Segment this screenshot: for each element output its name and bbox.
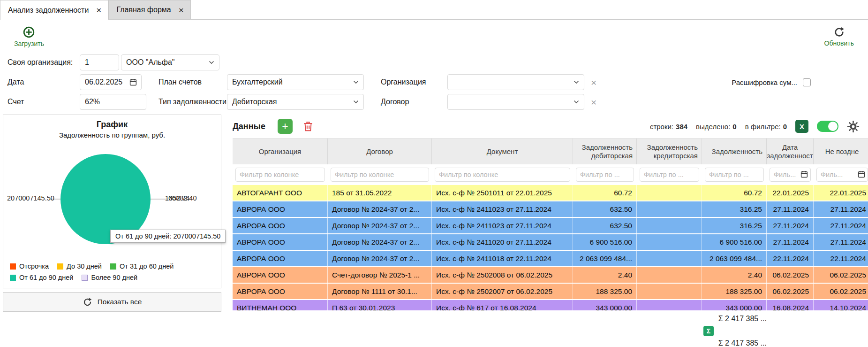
- column-filter-input[interactable]: [640, 168, 699, 182]
- table-cell[interactable]: Исх. с-ф № 617 от 16.08.2024: [432, 300, 573, 310]
- column-header[interactable]: Дата задолженност: [767, 139, 814, 164]
- table-row[interactable]: АВРОРА ОООДоговор № 2024-37 от 2...Исх. …: [233, 201, 868, 218]
- table-cell[interactable]: Договор № 2024-37 от 2...: [328, 251, 432, 266]
- table-cell[interactable]: 60.72: [702, 185, 767, 200]
- table-cell[interactable]: 14.10.2024: [814, 300, 868, 310]
- table-row[interactable]: АВТОГАРАНТ ООО185 от 31.05.2022Исх. с-ф …: [233, 185, 868, 201]
- table-cell[interactable]: 343 000.00: [702, 300, 767, 310]
- column-header[interactable]: Задолженность: [702, 139, 767, 164]
- debt-type-select[interactable]: Дебиторская: [227, 94, 364, 110]
- table-cell[interactable]: Исх. с-ф № 2411018 от 22.11.2024: [432, 251, 573, 266]
- legend-item[interactable]: От 61 до 90 дней: [10, 274, 73, 281]
- column-header[interactable]: Задолженность дебиторская: [573, 139, 637, 164]
- calendar-icon[interactable]: [800, 170, 808, 178]
- table-cell[interactable]: 27.11.2024: [767, 234, 814, 250]
- table-row[interactable]: АВРОРА ОООСчет-договор № 2025-1 ...Исх. …: [233, 267, 868, 284]
- table-cell[interactable]: [637, 185, 702, 200]
- table-cell[interactable]: 27.11.2024: [767, 201, 814, 217]
- table-cell[interactable]: 27.11.2024: [814, 218, 868, 233]
- table-row[interactable]: АВРОРА ОООДоговор № 2024-37 от 2...Исх. …: [233, 234, 868, 251]
- settings-button[interactable]: [847, 120, 860, 133]
- column-header[interactable]: Задолженность кредиторская: [637, 139, 702, 164]
- legend-item[interactable]: Отсрочка: [10, 262, 49, 270]
- table-cell[interactable]: Счет-договор № 2025-1 ...: [328, 267, 432, 283]
- load-button[interactable]: Загрузить: [14, 26, 44, 47]
- calendar-icon[interactable]: [857, 170, 866, 178]
- table-cell[interactable]: 60.72: [573, 185, 637, 200]
- date-input[interactable]: 06.02.2025: [80, 74, 142, 90]
- close-icon[interactable]: ×: [96, 6, 101, 15]
- legend-item[interactable]: Более 90 дней: [82, 274, 137, 281]
- table-cell[interactable]: 2 063 099 484...: [702, 251, 767, 266]
- table-row[interactable]: АВРОРА ОООДоговор № 2024-37 от 2...Исх. …: [233, 251, 868, 267]
- table-cell[interactable]: Исх. с-ф № 2502008 от 06.02.2025: [432, 267, 573, 283]
- table-cell[interactable]: П 63 от 30.01.2023: [328, 300, 432, 310]
- column-filter-input[interactable]: [235, 168, 325, 182]
- table-cell[interactable]: Договор № 2024-37 от 2...: [328, 234, 432, 250]
- column-filter-input[interactable]: [576, 168, 634, 182]
- legend-item[interactable]: До 30 дней: [57, 262, 102, 270]
- table-cell[interactable]: 2.40: [702, 267, 767, 283]
- table-cell[interactable]: ВИТНЕМАН ООО: [233, 300, 328, 310]
- legend-item[interactable]: От 31 до 60 дней: [110, 262, 174, 270]
- table-cell[interactable]: 16.08.2024: [767, 300, 814, 310]
- table-cell[interactable]: Исх. с-ф № 2501011 от 22.01.2025: [432, 185, 573, 200]
- tab-main-form[interactable]: Главная форма ×: [108, 0, 190, 19]
- table-cell[interactable]: 06.02.2025: [767, 267, 814, 283]
- show-all-button[interactable]: Показать все: [3, 292, 221, 312]
- table-cell[interactable]: 316.25: [702, 201, 767, 217]
- table-cell[interactable]: АВРОРА ООО: [233, 267, 328, 283]
- table-cell[interactable]: [637, 300, 702, 310]
- column-filter-input[interactable]: [705, 168, 764, 182]
- table-cell[interactable]: Исх. с-ф № 2502007 от 06.02.2025: [432, 284, 573, 299]
- table-cell[interactable]: 2.40: [573, 267, 637, 283]
- table-cell[interactable]: Договор № 2024-37 от 2...: [328, 218, 432, 233]
- column-header[interactable]: Договор: [328, 139, 432, 164]
- table-cell[interactable]: [637, 201, 702, 217]
- own-org-code-input[interactable]: [80, 54, 119, 70]
- table-row[interactable]: АВРОРА ОООДоговор № 2024-37 от 2...Исх. …: [233, 218, 868, 234]
- table-cell[interactable]: 6 900 516.00: [702, 234, 767, 250]
- table-cell[interactable]: 27.11.2024: [814, 201, 868, 217]
- decode-amounts-checkbox[interactable]: [803, 78, 811, 86]
- table-cell[interactable]: 632.50: [573, 218, 637, 233]
- close-icon[interactable]: ×: [179, 6, 184, 15]
- contract-select[interactable]: [447, 94, 584, 110]
- table-cell[interactable]: 22.11.2024: [767, 251, 814, 266]
- table-cell[interactable]: 2 063 099 484...: [573, 251, 637, 266]
- table-cell[interactable]: Договор № 2024-37 от 2...: [328, 201, 432, 217]
- export-excel-button[interactable]: X: [795, 120, 808, 133]
- table-cell[interactable]: [637, 284, 702, 299]
- table-cell[interactable]: [637, 267, 702, 283]
- table-cell[interactable]: [637, 234, 702, 250]
- table-row[interactable]: АВРОРА ОООДоговор № 1111 от 30.1...Исх. …: [233, 284, 868, 300]
- table-cell[interactable]: 06.02.2025: [814, 284, 868, 299]
- table-cell[interactable]: 188 325.00: [702, 284, 767, 299]
- column-filter-input[interactable]: [435, 168, 570, 182]
- table-cell[interactable]: [637, 218, 702, 233]
- account-input[interactable]: [80, 94, 146, 110]
- table-row[interactable]: ВИТНЕМАН ОООП 63 от 30.01.2023Исх. с-ф №…: [233, 300, 868, 310]
- sigma-badge[interactable]: Σ: [703, 326, 714, 336]
- calendar-icon[interactable]: [129, 78, 137, 86]
- table-cell[interactable]: АВРОРА ООО: [233, 284, 328, 299]
- refresh-button[interactable]: Обновить: [824, 26, 854, 47]
- delete-row-button[interactable]: [302, 120, 314, 132]
- table-cell[interactable]: 22.11.2024: [814, 251, 868, 266]
- table-cell[interactable]: АВРОРА ООО: [233, 251, 328, 266]
- clear-organization-icon[interactable]: ×: [591, 77, 596, 87]
- table-cell[interactable]: 22.01.2025: [814, 185, 868, 200]
- table-cell[interactable]: 632.50: [573, 201, 637, 217]
- tab-debt-analysis[interactable]: Анализ задолженности ×: [0, 0, 108, 20]
- table-cell[interactable]: АВРОРА ООО: [233, 201, 328, 217]
- table-cell[interactable]: 188 325.00: [573, 284, 637, 299]
- table-cell[interactable]: Исх. с-ф № 2411023 от 27.11.2024: [432, 201, 573, 217]
- table-cell[interactable]: АВТОГАРАНТ ООО: [233, 185, 328, 200]
- table-cell[interactable]: 06.02.2025: [767, 284, 814, 299]
- table-cell[interactable]: Договор № 1111 от 30.1...: [328, 284, 432, 299]
- table-cell[interactable]: 343 000.00: [573, 300, 637, 310]
- table-cell[interactable]: Исх. с-ф № 2411023 от 27.11.2024: [432, 218, 573, 233]
- organization-select[interactable]: [447, 74, 584, 90]
- table-cell[interactable]: 22.01.2025: [767, 185, 814, 200]
- table-cell[interactable]: 06.02.2025: [814, 267, 868, 283]
